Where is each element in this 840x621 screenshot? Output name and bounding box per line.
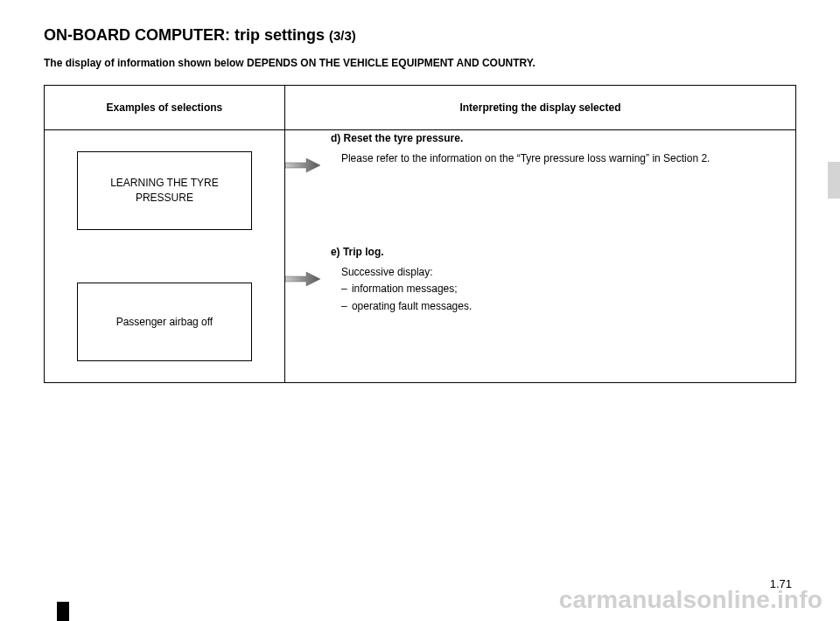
- settings-table: Examples of selections Interpreting the …: [44, 85, 796, 383]
- display-box-airbag: Passenger airbag off: [77, 283, 252, 361]
- interpret-line-e-1: information messages;: [331, 281, 795, 297]
- side-tab-marker: [828, 162, 840, 199]
- header-left: Examples of selections: [45, 86, 285, 130]
- arrow-icon: [285, 130, 320, 174]
- title-sub: (3/3): [329, 28, 356, 43]
- display-box-tyre: LEARNING THE TYRE PRESSURE: [77, 151, 252, 230]
- arrow-icon: [285, 244, 320, 288]
- svg-marker-1: [285, 272, 320, 286]
- interpret-text-d: d) Reset the tyre pressure. Please refer…: [331, 130, 795, 167]
- subtitle: The display of information shown below D…: [44, 57, 796, 69]
- interpret-title-e: e) Trip log.: [331, 244, 795, 261]
- interpret-text-e: e) Trip log. Successive display: informa…: [331, 244, 795, 315]
- interpret-line-e-0: Successive display:: [331, 264, 795, 281]
- interpret-line-e-2: operating fault messages.: [331, 298, 795, 315]
- header-right: Interpreting the display selected: [284, 86, 795, 130]
- title-main: ON-BOARD COMPUTER: trip settings: [44, 26, 329, 44]
- interpret-title-d: d) Reset the tyre pressure.: [331, 130, 795, 147]
- interpret-row-d: d) Reset the tyre pressure. Please refer…: [285, 130, 795, 227]
- page-title: ON-BOARD COMPUTER: trip settings (3/3): [44, 26, 796, 45]
- svg-marker-0: [285, 158, 320, 172]
- examples-cell: LEARNING THE TYRE PRESSURE Passenger air…: [45, 130, 285, 383]
- watermark: carmanualsonline.info: [559, 586, 822, 614]
- bottom-marker: [57, 602, 69, 621]
- interpret-line-d-0: Please refer to the information on the “…: [331, 150, 795, 167]
- interpret-cell: d) Reset the tyre pressure. Please refer…: [284, 130, 795, 383]
- interpret-row-e: e) Trip log. Successive display: informa…: [285, 244, 795, 340]
